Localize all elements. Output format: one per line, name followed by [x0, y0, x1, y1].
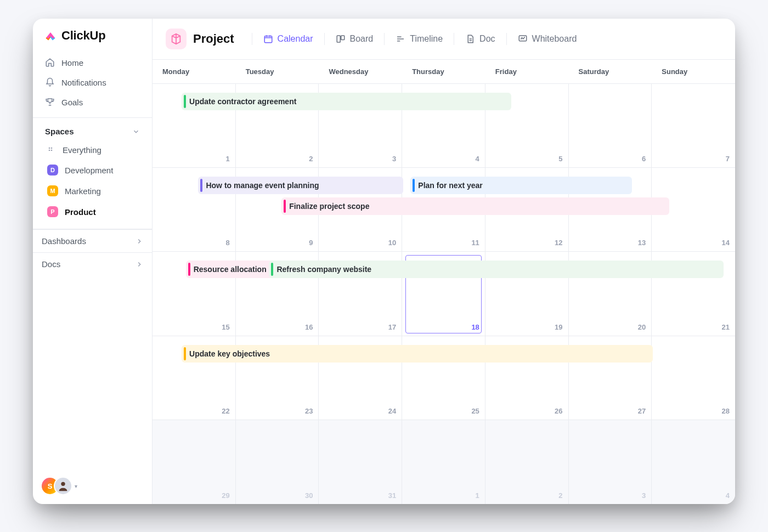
- brand-name: ClickUp: [61, 29, 106, 43]
- day-number: 27: [638, 407, 646, 415]
- day-number: 26: [555, 407, 562, 415]
- tab-doc[interactable]: Doc: [462, 31, 498, 47]
- calendar-cell[interactable]: 30: [236, 420, 319, 504]
- spaces-section: Spaces Everything D Development M Market…: [33, 117, 152, 225]
- space-item-everything[interactable]: Everything: [41, 140, 144, 160]
- svg-rect-5: [264, 36, 272, 43]
- svg-point-1: [51, 147, 53, 149]
- sidebar-item-label: Home: [61, 58, 83, 67]
- svg-rect-7: [341, 36, 344, 40]
- calendar-cell[interactable]: 6: [569, 84, 652, 167]
- space-item-label: Marketing: [65, 186, 101, 196]
- tab-label: Whiteboard: [532, 34, 577, 44]
- calendar-cell[interactable]: 1: [402, 420, 485, 504]
- calendar-event[interactable]: Finalize project scope: [281, 197, 669, 215]
- calendar-cell[interactable]: 4: [652, 420, 735, 504]
- tab-whiteboard[interactable]: Whiteboard: [515, 31, 580, 47]
- day-number: 20: [638, 323, 646, 331]
- sidebar-item-dashboards[interactable]: Dashboards: [33, 229, 152, 252]
- weekday-label: Thursday: [402, 60, 485, 83]
- day-number: 19: [555, 323, 562, 331]
- calendar-event[interactable]: Refresh company website: [269, 261, 723, 278]
- sidebar-item-label: Goals: [61, 98, 83, 107]
- sidebar-item-label: Docs: [42, 259, 60, 269]
- calendar-cell[interactable]: 3: [569, 420, 652, 504]
- clickup-logo-icon: [44, 29, 57, 42]
- calendar-event[interactable]: Plan for next year: [410, 177, 632, 194]
- svg-rect-6: [337, 36, 340, 42]
- day-number: 30: [305, 491, 313, 500]
- weekday-label: Tuesday: [236, 60, 319, 83]
- space-badge: D: [47, 165, 58, 176]
- calendar-cell[interactable]: 29: [153, 420, 236, 504]
- space-item-label: Everything: [63, 145, 101, 155]
- day-number: 25: [471, 407, 479, 415]
- tab-board[interactable]: Board: [332, 31, 377, 47]
- chevron-right-icon: [135, 261, 143, 268]
- calendar-cell[interactable]: 31: [319, 420, 402, 504]
- space-badge: P: [47, 206, 58, 217]
- day-number: 17: [388, 323, 396, 331]
- tab-label: Doc: [479, 34, 495, 44]
- day-number: 3: [392, 155, 396, 163]
- view-tabs: Calendar Board Timeline Doc: [247, 31, 580, 47]
- calendar-week: 22232425262728Update key objectives: [153, 336, 735, 420]
- main: Project Calendar Board Timeline: [153, 19, 735, 504]
- topbar: Project Calendar Board Timeline: [153, 19, 735, 60]
- space-badge: M: [47, 185, 58, 196]
- day-number: 12: [555, 239, 562, 247]
- sidebar-item-docs[interactable]: Docs: [33, 252, 152, 275]
- brand[interactable]: ClickUp: [33, 19, 152, 50]
- sidebar-item-notifications[interactable]: Notifications: [38, 72, 146, 92]
- user-avatars[interactable]: S ▾: [42, 478, 77, 494]
- avatar: [55, 478, 71, 494]
- chevron-down-icon: [132, 128, 140, 135]
- day-number: 9: [309, 239, 313, 247]
- whiteboard-icon: [518, 34, 528, 44]
- day-number: 28: [722, 407, 730, 415]
- tab-label: Timeline: [410, 34, 443, 44]
- project-header[interactable]: Project: [166, 29, 234, 49]
- space-item-label: Product: [65, 207, 96, 217]
- sidebar-item-home[interactable]: Home: [38, 53, 146, 72]
- weekday-label: Monday: [153, 60, 236, 83]
- calendar-grid: 1234567Update contractor agreement891011…: [153, 84, 735, 504]
- day-number: 4: [726, 491, 730, 500]
- weekday-label: Friday: [485, 60, 569, 83]
- tab-label: Calendar: [278, 34, 313, 44]
- calendar-event[interactable]: How to manage event planning: [198, 177, 403, 194]
- tab-calendar[interactable]: Calendar: [260, 31, 317, 47]
- day-number: 18: [471, 323, 479, 331]
- sidebar-item-label: Dashboards: [42, 236, 86, 246]
- caret-down-icon: ▾: [75, 483, 77, 489]
- event-label: Update key objectives: [189, 349, 270, 358]
- calendar-cell[interactable]: 7: [652, 84, 735, 167]
- day-number: 31: [388, 491, 396, 500]
- tab-timeline[interactable]: Timeline: [392, 31, 446, 47]
- calendar-event[interactable]: Update key objectives: [182, 345, 653, 363]
- day-number: 7: [726, 155, 730, 163]
- space-item-label: Development: [65, 166, 113, 175]
- calendar-event[interactable]: Update contractor agreement: [182, 93, 511, 110]
- day-number: 29: [222, 491, 229, 500]
- home-icon: [45, 58, 55, 67]
- space-item-product[interactable]: P Product: [41, 201, 144, 222]
- sidebar-item-label: Notifications: [61, 78, 106, 87]
- day-number: 4: [476, 155, 479, 163]
- calendar-weekday-header: MondayTuesdayWednesdayThursdayFridaySatu…: [153, 60, 735, 84]
- space-item-development[interactable]: D Development: [41, 160, 144, 180]
- sidebar-item-goals[interactable]: Goals: [38, 92, 146, 112]
- day-number: 11: [471, 239, 479, 247]
- day-number: 5: [558, 155, 562, 163]
- sidebar: ClickUp Home Notifications Goals Spaces: [33, 19, 153, 504]
- event-label: Refresh company website: [276, 265, 371, 274]
- calendar-week: 2930311234: [153, 420, 735, 504]
- event-label: Update contractor agreement: [189, 97, 296, 106]
- calendar-cell[interactable]: 2: [485, 420, 569, 504]
- day-number: 3: [642, 491, 646, 500]
- spaces-header[interactable]: Spaces: [38, 126, 146, 140]
- chevron-right-icon: [135, 237, 143, 245]
- calendar: MondayTuesdayWednesdayThursdayFridaySatu…: [153, 60, 735, 504]
- space-item-marketing[interactable]: M Marketing: [41, 180, 144, 201]
- calendar-cell[interactable]: 28: [652, 336, 735, 420]
